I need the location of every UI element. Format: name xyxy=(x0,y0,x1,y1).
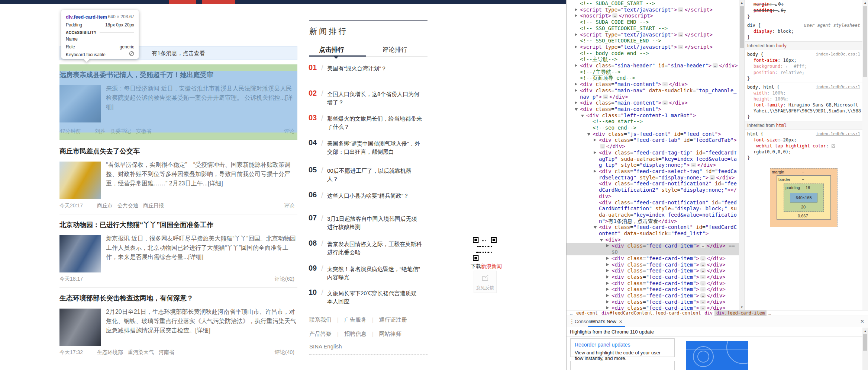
ranking-headline[interactable]: 文旅局长零下20℃穿长裙代言遭质疑 本人回应 xyxy=(327,289,422,306)
footer-link[interactable]: 网站律师 xyxy=(379,331,401,337)
expand-arrow-icon[interactable] xyxy=(606,288,609,291)
feed-card-title[interactable]: 远房表亲成县委书记情人，受贿超千万！她出庭受审 xyxy=(59,70,297,79)
dom-tree-node[interactable]: <!--页面顶导 end--> xyxy=(567,75,739,81)
dom-tree-node[interactable]: <div class="feed-card-item">…</div> xyxy=(567,293,739,299)
dom-tree-node[interactable]: <!-- SSO_GETCOOKIE_START --> xyxy=(567,25,739,32)
expand-arrow-icon[interactable] xyxy=(606,306,609,309)
tab-comment-ranking[interactable]: 评论排行 xyxy=(382,45,407,54)
dom-tree-node[interactable]: <div class="sina-header" id="sina-header… xyxy=(567,63,739,69)
footer-link[interactable]: 联系我们 xyxy=(309,316,332,323)
expand-arrow-icon[interactable] xyxy=(606,300,609,303)
dom-tree-node[interactable]: <!--seo start--> xyxy=(567,118,739,125)
styles-property[interactable]: font-family: Hiragino Sans GB,Microsoft … xyxy=(747,102,860,114)
drawer-scrollbar[interactable]: ▲ xyxy=(862,328,868,370)
feed-card-thumbnail[interactable] xyxy=(59,85,101,122)
dom-tree-node[interactable]: <div class="feed-card-tag-tip" id="feedC… xyxy=(567,150,739,168)
dom-tree-node[interactable]: <div class="main-content">…</div> xyxy=(567,81,739,87)
feed-card-title[interactable]: 生态环境部部长突击检查这两地，有何深意？ xyxy=(59,294,297,303)
dom-tree-node[interactable]: <div class="feed-card-item">…</div> == $… xyxy=(567,243,739,255)
feed-card-thumbnail[interactable] xyxy=(59,162,101,199)
styles-inherited-node-link[interactable]: html xyxy=(776,123,787,128)
tab-click-ranking[interactable]: 点击排行 xyxy=(319,45,344,54)
tab-whats-new[interactable]: What's New✕ xyxy=(588,316,625,327)
breadcrumb-item[interactable]: div xyxy=(703,310,714,316)
feed-card-thumbnail[interactable] xyxy=(59,235,101,272)
feed-card-tag[interactable]: 刘胜 xyxy=(95,128,106,134)
inline-expand-ellipsis[interactable]: … xyxy=(700,262,706,267)
drawer-close-icon[interactable]: ✕ xyxy=(860,319,864,324)
scroll-up-icon[interactable]: ▲ xyxy=(862,0,868,6)
dom-tree-node[interactable]: <div class="main-content"> xyxy=(567,106,739,112)
inline-expand-ellipsis[interactable]: … xyxy=(678,45,683,49)
feed-card-tag[interactable]: 县委书记 xyxy=(110,128,131,134)
inline-expand-ellipsis[interactable]: … xyxy=(700,293,706,298)
drawer-menu-icon[interactable]: ⋮ xyxy=(569,318,575,325)
expand-arrow-icon[interactable] xyxy=(606,257,609,260)
expand-arrow-icon[interactable] xyxy=(575,83,577,86)
footer-link[interactable]: 通行证注册 xyxy=(379,316,407,323)
elements-tree-scrollbar[interactable]: ▲ ▼ xyxy=(739,0,745,310)
styles-panel-scrollbar[interactable]: ▲ ▼ xyxy=(862,0,868,316)
expand-arrow-icon[interactable] xyxy=(594,151,596,154)
ranking-headline[interactable]: 美国有“毁灭台湾计划”？ xyxy=(327,64,422,73)
tab-close-icon[interactable]: ✕ xyxy=(619,319,622,324)
inline-expand-ellipsis[interactable]: … xyxy=(700,300,706,304)
ranking-headline[interactable]: 这些人口小县为啥要“精兵简政”？ xyxy=(327,192,422,200)
styles-property[interactable]: position: relative; xyxy=(747,70,860,76)
styles-property[interactable]: margin: ▸0; xyxy=(747,1,860,7)
footer-link[interactable]: 招聘信息 xyxy=(344,331,367,337)
dom-tree-node[interactable]: <!-- body code end --> xyxy=(567,50,739,57)
styles-property[interactable]: padding: ▸0; xyxy=(747,7,860,14)
dom-tree-node[interactable]: <!-- SUDA_CODE_END --> xyxy=(567,19,739,25)
breadcrumb-item[interactable]: … xyxy=(568,310,574,316)
expand-arrow-icon[interactable] xyxy=(594,170,596,173)
inline-expand-ellipsis[interactable]: … xyxy=(691,163,696,167)
styles-selector[interactable]: user agent stylesheetdiv { xyxy=(747,22,860,28)
breadcrumb-item[interactable]: eed-cont xyxy=(574,310,600,316)
styles-selector[interactable]: index-1edb9c.css:1body { xyxy=(747,51,860,57)
shorthand-expand-icon[interactable]: ▸ xyxy=(775,3,777,6)
inline-expand-ellipsis[interactable]: … xyxy=(662,82,668,86)
dom-tree-node[interactable]: <div class="feed-card-item">…</div> xyxy=(567,255,739,262)
inline-expand-ellipsis[interactable]: … xyxy=(713,63,718,68)
ranking-headline[interactable]: 00后不愿进工厂了，以后就靠机器人？ xyxy=(327,167,422,183)
scroll-down-icon[interactable]: ▼ xyxy=(739,304,745,310)
box-model-content[interactable]: 640×165 xyxy=(790,193,817,202)
inline-expand-ellipsis[interactable]: … xyxy=(612,13,617,18)
scroll-up-icon[interactable]: ▲ xyxy=(862,328,868,334)
dom-tree-node[interactable]: <div class="js-feed-cont" id="feed_cont"… xyxy=(567,131,739,137)
dom-tree-node[interactable]: <!--/主导航--> xyxy=(567,69,739,75)
inline-expand-ellipsis[interactable]: … xyxy=(600,144,605,149)
dom-tree-node[interactable]: <div class="feed-card-item">…</div> xyxy=(567,268,739,274)
breadcrumb-item[interactable]: div.feed-card-item xyxy=(714,310,767,316)
inline-expand-ellipsis[interactable]: … xyxy=(678,7,683,12)
dom-tree-node[interactable]: <script type="text/javascript">…</script… xyxy=(567,32,739,38)
expand-arrow-icon[interactable] xyxy=(575,45,577,48)
breadcrumb-item[interactable]: … xyxy=(767,310,773,316)
dom-tree-node[interactable]: <div class="main-nav" data-sudaclick="to… xyxy=(567,87,739,100)
styles-property[interactable]: background: ▸#fff; xyxy=(747,63,860,70)
breadcrumb-item[interactable]: div#feedCardContent.feed-card-content xyxy=(600,310,703,316)
feed-card-comments-link[interactable]: 评论 xyxy=(284,128,294,135)
feed-card-tag[interactable]: 重污染天气 xyxy=(128,349,154,355)
expand-arrow-icon[interactable] xyxy=(575,101,577,104)
collapse-arrow-icon[interactable] xyxy=(581,115,584,117)
feed-card-tag[interactable]: 河南省 xyxy=(159,349,174,355)
styles-property[interactable]: height: 100%; xyxy=(747,96,860,102)
styles-property[interactable]: font-size: 20px; xyxy=(747,137,860,143)
dom-tree-node[interactable]: <!-- SUDA_CODE_START --> xyxy=(567,0,739,7)
styles-property[interactable]: display: block; xyxy=(747,28,860,34)
inline-expand-ellipsis[interactable]: … xyxy=(700,243,706,248)
feedback-button[interactable]: 意见反馈 xyxy=(474,271,497,293)
inline-expand-ellipsis[interactable]: … xyxy=(700,256,706,261)
feed-card-comments-link[interactable]: 评论(62) xyxy=(275,276,294,283)
collapse-arrow-icon[interactable] xyxy=(594,226,597,229)
feed-card-tag[interactable]: 商丘日报 xyxy=(143,202,164,208)
styles-inherited-node-link[interactable]: body xyxy=(776,43,787,48)
scrollbar-thumb[interactable] xyxy=(740,6,744,48)
collapse-arrow-icon[interactable] xyxy=(587,133,590,136)
expand-arrow-icon[interactable] xyxy=(575,8,577,11)
dom-tree-node[interactable]: <!--seo end--> xyxy=(567,125,739,131)
inline-expand-ellipsis[interactable]: … xyxy=(662,101,668,105)
styles-property[interactable]: width: 100%; xyxy=(747,90,860,96)
